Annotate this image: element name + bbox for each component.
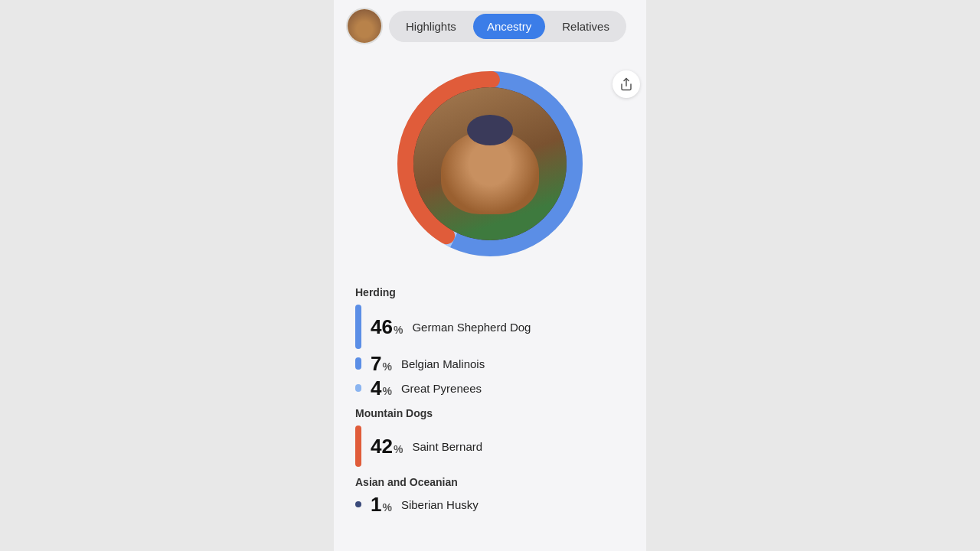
share-button[interactable]	[612, 70, 640, 98]
breed-item-malinois: 7 % Belgian Malinois	[355, 354, 625, 373]
breed-list: Herding 46 % German Shepherd Dog 7	[334, 286, 646, 514]
donut-chart	[390, 64, 590, 271]
breed-name-pyrenees: Great Pyrenees	[401, 382, 482, 395]
header: Highlights Ancestry Relatives	[334, 0, 646, 52]
breed-percent-malinois: 7	[371, 354, 381, 373]
breed-percent-pyrenees: 4	[371, 378, 381, 398]
breed-item-gsd: 46 % German Shepherd Dog	[355, 305, 625, 349]
breed-bar-pyrenees	[355, 384, 361, 392]
category-asian-oceanian: Asian and Oceanian	[355, 476, 625, 488]
tab-relatives[interactable]: Relatives	[548, 14, 623, 39]
breed-name-husky: Siberian Husky	[401, 498, 479, 511]
breed-percent-husky: 1	[371, 494, 381, 514]
category-herding: Herding	[355, 286, 625, 298]
breed-item-pyrenees: 4 % Great Pyrenees	[355, 378, 625, 398]
breed-name-malinois: Belgian Malinois	[401, 357, 485, 370]
breed-item-husky: 1 % Siberian Husky	[355, 494, 625, 514]
breed-percent-gsd: 46	[371, 317, 393, 337]
dog-photo	[413, 87, 567, 240]
tab-bar: Highlights Ancestry Relatives	[389, 11, 626, 42]
breed-item-bernard: 42 % Saint Bernard	[355, 425, 625, 467]
breed-bar-malinois	[355, 357, 361, 370]
tab-highlights[interactable]: Highlights	[392, 14, 470, 39]
breed-bar-gsd	[355, 305, 361, 349]
chart-section	[334, 52, 646, 277]
breed-bar-bernard	[355, 425, 361, 467]
breed-name-bernard: Saint Bernard	[412, 440, 482, 453]
category-mountain-dogs: Mountain Dogs	[355, 407, 625, 419]
breed-name-gsd: German Shepherd Dog	[412, 321, 531, 334]
tab-ancestry[interactable]: Ancestry	[473, 14, 545, 39]
breed-bar-husky	[355, 501, 361, 507]
breed-percent-bernard: 42	[371, 436, 393, 456]
app-container: Highlights Ancestry Relatives	[334, 0, 646, 551]
avatar	[346, 8, 383, 44]
main-content: Herding 46 % German Shepherd Dog 7	[334, 52, 646, 534]
